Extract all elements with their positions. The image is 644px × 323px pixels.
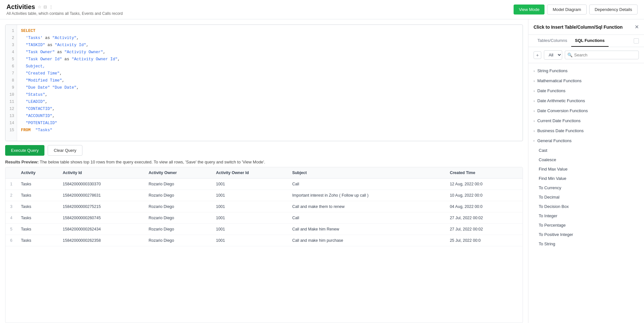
tab-tables-columns[interactable]: Tables/Columns <box>534 35 571 47</box>
table-cell: Rozario Diego <box>145 224 212 235</box>
func-group-header-current-date[interactable]: ›Current Date Functions <box>528 116 644 126</box>
more-icon[interactable]: ⋮ <box>49 5 53 9</box>
table-column-header: Created Time <box>446 167 523 179</box>
func-item[interactable]: To Currency <box>539 183 644 192</box>
left-panel: 123456789101112131415 SELECT 'Tasks' as … <box>0 19 528 323</box>
table-cell: 1001 <box>212 212 289 224</box>
dependency-details-button[interactable]: Dependency Details <box>589 5 638 15</box>
func-group-math: ›Mathematical Functions <box>528 76 644 86</box>
func-item[interactable]: To Decimal <box>539 192 644 202</box>
chevron-right-icon: › <box>534 129 535 133</box>
right-panel-header: Click to Insert Table/Column/Sql Functio… <box>528 19 644 35</box>
table-cell: 10 Aug, 2022 00:0 <box>446 190 523 201</box>
func-group-header-math[interactable]: ›Mathematical Functions <box>528 76 644 86</box>
chevron-right-icon: › <box>534 109 535 113</box>
code-line: "Task Owner" as "Activity Owner", <box>21 49 519 56</box>
chevron-right-icon: › <box>534 89 535 93</box>
checkbox-icon[interactable] <box>634 38 639 44</box>
line-number: 14 <box>7 120 17 127</box>
line-number: 4 <box>9 49 17 56</box>
save-icon[interactable]: ⊟ <box>43 5 47 9</box>
right-panel-title: Click to Insert Table/Column/Sql Functio… <box>534 24 623 30</box>
func-group-header-general[interactable]: ›General Functions <box>528 136 644 146</box>
line-number: 6 <box>9 63 17 70</box>
table-cell: Call and make him purchase <box>288 235 446 246</box>
func-group-label: Current Date Functions <box>537 118 581 123</box>
table-cell: Tasks <box>17 235 59 246</box>
func-group-header-date-arith[interactable]: ›Date Arithmetic Functions <box>528 96 644 106</box>
line-number: 7 <box>9 70 17 77</box>
func-item[interactable]: To Decision Box <box>539 202 644 211</box>
chevron-right-icon: › <box>534 119 535 123</box>
right-panel: Click to Insert Table/Column/Sql Functio… <box>528 19 644 323</box>
func-group-date-conv: ›Date Conversion Functions <box>528 106 644 116</box>
row-number: 6 <box>5 235 17 246</box>
table-row: 5Tasks15842000000262434Rozario Diego1001… <box>5 224 523 235</box>
chevron-right-icon: › <box>534 79 535 83</box>
func-item[interactable]: Coalesce <box>539 155 644 164</box>
view-mode-button[interactable]: View Mode <box>514 5 545 15</box>
func-group-label: Date Functions <box>537 88 565 93</box>
table-cell: 04 Aug, 2022 00:0 <box>446 201 523 212</box>
table-cell: Rozario Diego <box>145 190 212 201</box>
table-cell: Tasks <box>17 179 59 190</box>
line-number: 3 <box>9 42 17 49</box>
table-column-header: Activity Id <box>59 167 145 179</box>
func-group-header-string[interactable]: ›String Functions <box>528 66 644 76</box>
close-button[interactable]: ✕ <box>635 24 639 30</box>
code-lines[interactable]: SELECT 'Tasks' as "Activity", "TASKID" a… <box>17 25 523 141</box>
table-body: 1Tasks15842000000330370Rozario Diego1001… <box>5 179 523 246</box>
line-number: 13 <box>7 113 17 120</box>
row-number: 5 <box>5 224 17 235</box>
line-number: 9 <box>9 84 17 91</box>
func-item[interactable]: Find Max Value <box>539 164 644 174</box>
func-group-label: General Functions <box>537 138 572 143</box>
table-header: ActivityActivity IdActivity OwnerActivit… <box>5 167 523 179</box>
func-group-general: ›General FunctionsCastCoalesceFind Max V… <box>528 136 644 249</box>
table-column-header: Activity Owner <box>145 167 212 179</box>
table-cell: 27 Jul, 2022 00:02 <box>446 212 523 224</box>
func-group-date: ›Date Functions <box>528 86 644 96</box>
chevron-right-icon: › <box>534 99 535 103</box>
results-section: Results Preview: The below table shows t… <box>0 160 528 323</box>
model-diagram-button[interactable]: Model Diagram <box>547 5 586 15</box>
line-numbers: 123456789101112131415 <box>5 25 17 141</box>
func-item[interactable]: To Percentage <box>539 220 644 230</box>
func-group-label: Mathematical Functions <box>537 78 582 83</box>
code-line: Subject, <box>21 63 519 70</box>
filter-dropdown[interactable]: All <box>544 50 562 60</box>
code-line: "Created Time", <box>21 70 519 77</box>
results-label-bold: Results Preview: <box>5 160 39 164</box>
chevron-right-icon: › <box>534 69 535 73</box>
line-number: 2 <box>9 34 17 42</box>
execute-query-button[interactable]: Execute Query <box>5 145 44 156</box>
table-cell: Rozario Diego <box>145 235 212 246</box>
func-item[interactable]: To String <box>539 239 644 249</box>
table-cell: 15842000000260745 <box>59 212 145 224</box>
func-item[interactable]: To Integer <box>539 211 644 220</box>
func-group-date-arith: ›Date Arithmetic Functions <box>528 96 644 106</box>
line-number: 12 <box>7 105 17 113</box>
clear-query-button[interactable]: Clear Query <box>48 145 82 156</box>
func-item[interactable]: Find Min Value <box>539 174 644 183</box>
search-input[interactable] <box>565 51 639 59</box>
row-number: 2 <box>5 190 17 201</box>
search-wrapper: 🔍 <box>565 51 639 59</box>
func-group-header-date-conv[interactable]: ›Date Conversion Functions <box>528 106 644 116</box>
func-item[interactable]: Cast <box>539 146 644 155</box>
code-line: 'Tasks' as "Activity", <box>21 34 519 42</box>
star-icon[interactable]: ☆ <box>38 5 42 9</box>
code-editor[interactable]: 123456789101112131415 SELECT 'Tasks' as … <box>5 24 523 141</box>
code-area[interactable]: 123456789101112131415 SELECT 'Tasks' as … <box>5 25 523 141</box>
table-cell: Tasks <box>17 201 59 212</box>
add-filter-button[interactable]: + <box>534 51 541 59</box>
table-column-header: Activity Owner Id <box>212 167 289 179</box>
results-label: Results Preview: The below table shows t… <box>5 160 523 164</box>
func-group-header-date[interactable]: ›Date Functions <box>528 86 644 96</box>
tab-sql-functions[interactable]: SQL Functions <box>571 35 609 47</box>
table-row-num-header <box>5 167 17 179</box>
table-row: 4Tasks15842000000260745Rozario Diego1001… <box>5 212 523 224</box>
func-item[interactable]: To Positive Integer <box>539 230 644 239</box>
func-group-header-business-date[interactable]: ›Business Date Functions <box>528 126 644 136</box>
table-row: 1Tasks15842000000330370Rozario Diego1001… <box>5 179 523 190</box>
